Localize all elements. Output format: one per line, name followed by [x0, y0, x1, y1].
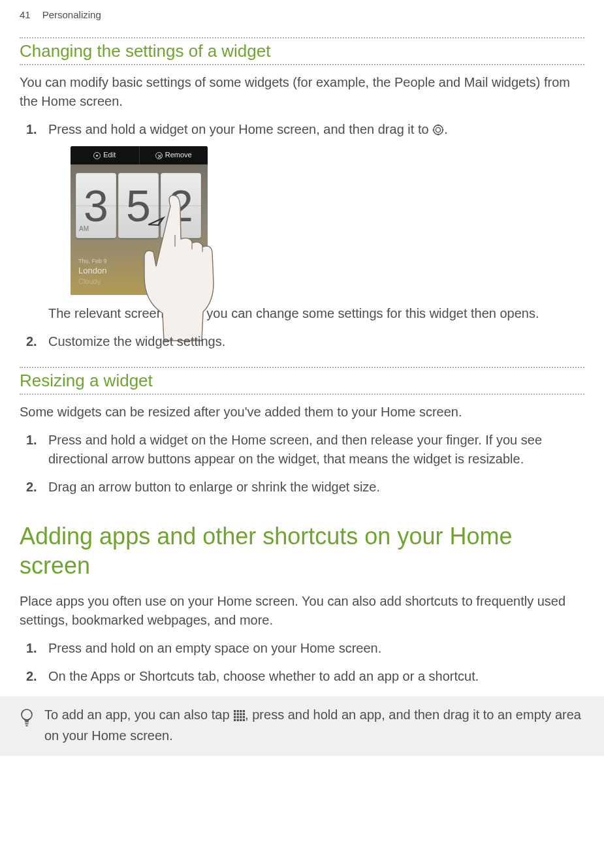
svg-rect-15 — [237, 713, 239, 715]
step-1-text: Press and hold on an empty space on your… — [48, 641, 381, 655]
step-2-text: On the Apps or Shortcuts tab, choose whe… — [48, 669, 479, 683]
step-number: 1. — [26, 639, 37, 658]
svg-point-1 — [436, 127, 441, 132]
resizing-intro: Some widgets can be resized after you've… — [20, 403, 584, 422]
step-2-text: Drag an arrow button to enlarge or shrin… — [48, 480, 380, 494]
svg-rect-22 — [234, 719, 236, 721]
step-1: 1. Press and hold a widget on your Home … — [48, 120, 584, 323]
svg-rect-19 — [237, 716, 239, 718]
svg-rect-16 — [240, 713, 242, 715]
adding-apps-steps: 1. Press and hold on an empty space on y… — [20, 639, 584, 686]
svg-rect-14 — [234, 713, 236, 715]
svg-rect-10 — [234, 710, 236, 712]
tip-bulb-icon — [20, 705, 35, 729]
step-2-text: Customize the widget settings. — [48, 334, 225, 349]
divider — [20, 64, 584, 65]
edit-remove-bar: Edit Remove — [71, 146, 208, 164]
heading-resizing-widget: Resizing a widget — [20, 368, 584, 394]
ampm-label: AM — [79, 225, 89, 234]
apps-grid-icon — [233, 707, 245, 726]
clock-widget: 3 5 2 AM Thu, Feb 9 London Cloudy — [71, 164, 208, 295]
remove-icon — [155, 152, 163, 159]
phone-frame: Edit Remove 3 5 2 AM Thu, Feb 9 — [71, 146, 208, 295]
edit-icon — [93, 152, 101, 159]
step-1: 1. Press and hold a widget on the Home s… — [48, 431, 584, 469]
edit-label: Edit — [103, 150, 116, 161]
svg-point-0 — [434, 125, 443, 134]
section-name: Personalizing — [42, 9, 101, 20]
svg-rect-18 — [234, 716, 236, 718]
clock-city: London — [78, 266, 107, 277]
svg-point-6 — [22, 709, 32, 720]
svg-rect-23 — [237, 719, 239, 721]
svg-rect-11 — [237, 710, 239, 712]
step-1-result: The relevant screen where you can change… — [48, 304, 584, 323]
step-2: 2. Customize the widget settings. — [48, 332, 584, 351]
remove-button: Remove — [140, 146, 208, 164]
edit-button: Edit — [71, 146, 140, 164]
heading-adding-apps: Adding apps and other shortcuts on your … — [20, 521, 584, 580]
clock-info: Thu, Feb 9 London Cloudy — [78, 258, 107, 286]
svg-rect-24 — [240, 719, 242, 721]
divider — [20, 394, 584, 395]
step-number: 1. — [26, 120, 37, 139]
step-number: 2. — [26, 332, 37, 351]
minute-ones-digit: 2 — [161, 173, 201, 238]
minute-tens-digit: 5 — [118, 173, 159, 238]
tip-text: To add an app, you can also tap , press … — [44, 705, 584, 745]
step-number: 2. — [26, 667, 37, 686]
remove-label: Remove — [165, 150, 192, 161]
intro-paragraph: You can modify basic settings of some wi… — [20, 73, 584, 111]
step-1: 1. Press and hold on an empty space on y… — [48, 639, 584, 658]
step-number: 1. — [26, 431, 37, 450]
step-1-text: Press and hold a widget on the Home scre… — [48, 433, 542, 466]
resizing-steps-list: 1. Press and hold a widget on the Home s… — [20, 431, 584, 497]
flip-clock: 3 5 2 — [71, 164, 208, 243]
step-1-text-a: Press and hold a widget on your Home scr… — [48, 122, 432, 136]
svg-rect-20 — [240, 716, 242, 718]
heading-changing-settings: Changing the settings of a widget — [20, 39, 584, 64]
steps-list: 1. Press and hold a widget on your Home … — [20, 120, 584, 351]
clock-date: Thu, Feb 9 — [78, 258, 107, 266]
step-number: 2. — [26, 478, 37, 497]
tip-callout: To add an app, you can also tap , press … — [0, 696, 604, 756]
step-1-text-b: . — [444, 122, 448, 136]
svg-rect-12 — [240, 710, 242, 712]
clock-weather: Cloudy — [78, 277, 107, 286]
page-header: 41 Personalizing — [20, 9, 584, 20]
tip-text-a: To add an app, you can also tap — [44, 707, 233, 722]
adding-apps-intro: Place apps you often use on your Home sc… — [20, 592, 584, 630]
page-number: 41 — [20, 9, 31, 20]
step-2: 2. Drag an arrow button to enlarge or sh… — [48, 478, 584, 497]
widget-drag-screenshot: Edit Remove 3 5 2 AM Thu, Feb 9 — [71, 146, 221, 295]
edit-target-icon — [432, 122, 444, 141]
step-2: 2. On the Apps or Shortcuts tab, choose … — [48, 667, 584, 686]
